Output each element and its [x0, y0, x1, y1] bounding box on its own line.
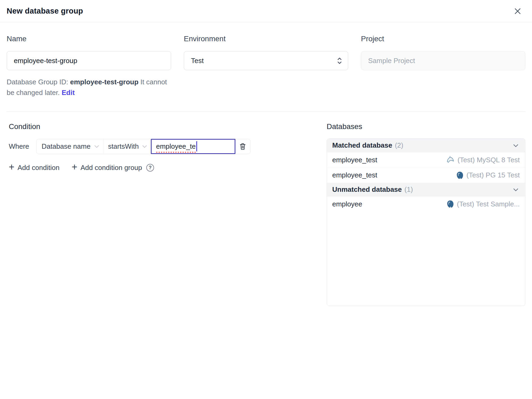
- condition-operator-selector[interactable]: startsWith: [103, 139, 151, 154]
- project-input[interactable]: Sample Project: [361, 51, 525, 70]
- environment-field-group: Environment Test: [184, 35, 348, 98]
- dialog-header: New database group: [0, 0, 532, 22]
- delete-condition-button[interactable]: [235, 139, 251, 154]
- database-row: employee_test (Test) MySQL 8 Test: [327, 152, 525, 168]
- page-title: New database group: [7, 7, 83, 15]
- select-updown-icon: [336, 56, 343, 65]
- project-field-group: Project Sample Project: [361, 35, 525, 98]
- database-name: employee: [332, 200, 362, 208]
- condition-section: Condition Where Database name startsWith…: [7, 122, 254, 172]
- databases-heading: Databases: [327, 122, 525, 131]
- database-name: employee_test: [332, 156, 377, 164]
- database-instance-label: (Test) Test Sample...: [457, 200, 520, 208]
- database-instance-label: (Test) PG 15 Test: [467, 171, 520, 179]
- databases-section: Databases Matched database (2) employee_…: [327, 122, 525, 306]
- group-id-note-prefix: Database Group ID:: [7, 78, 70, 86]
- unmatched-database-header[interactable]: Unmatched database (1): [327, 183, 525, 197]
- matched-database-title: Matched database: [332, 141, 392, 149]
- mysql-icon: [446, 156, 455, 164]
- where-label: Where: [9, 142, 29, 151]
- matched-database-header[interactable]: Matched database (2): [327, 139, 525, 152]
- close-button[interactable]: [511, 5, 524, 18]
- close-icon: [513, 7, 522, 16]
- database-name: employee_test: [332, 171, 377, 179]
- trash-icon: [239, 142, 247, 151]
- environment-selected-value: Test: [191, 57, 204, 65]
- databases-panel: Matched database (2) employee_test (Test…: [327, 138, 525, 306]
- condition-value-input[interactable]: employee_te: [151, 139, 235, 154]
- condition-operator-value: startsWith: [108, 142, 139, 151]
- condition-actions: + Add condition + Add condition group ?: [9, 164, 254, 172]
- section-divider: [7, 111, 525, 112]
- edit-id-link[interactable]: Edit: [62, 89, 75, 97]
- group-id-note: Database Group ID: employee-test-group I…: [7, 77, 171, 98]
- add-condition-label: Add condition: [18, 164, 60, 172]
- environment-label: Environment: [184, 35, 348, 43]
- plus-icon: +: [9, 164, 14, 171]
- unmatched-database-count: (1): [405, 185, 413, 194]
- condition-field-value: Database name: [42, 142, 91, 151]
- plus-icon: +: [72, 164, 77, 171]
- database-instance: (Test) PG 15 Test: [456, 171, 520, 179]
- group-form: Name Database Group ID: employee-test-gr…: [0, 35, 532, 98]
- condition-row: Where Database name startsWith employee_…: [9, 139, 254, 154]
- project-value: Sample Project: [368, 57, 415, 65]
- database-instance: (Test) Test Sample...: [446, 200, 520, 208]
- name-label: Name: [7, 35, 171, 43]
- database-instance-label: (Test) MySQL 8 Test: [458, 156, 520, 164]
- postgres-icon: [456, 171, 464, 179]
- postgres-icon: [446, 200, 454, 208]
- add-condition-group-button[interactable]: + Add condition group: [72, 164, 142, 172]
- add-condition-button[interactable]: + Add condition: [9, 164, 60, 172]
- chevron-down-icon: [93, 143, 100, 150]
- chevron-down-icon: [141, 143, 148, 150]
- help-icon[interactable]: ?: [146, 164, 154, 172]
- database-row: employee (Test) Test Sample...: [327, 197, 525, 212]
- database-instance: (Test) MySQL 8 Test: [446, 156, 520, 164]
- database-row: employee_test (Test) PG 15 Test: [327, 168, 525, 183]
- environment-select[interactable]: Test: [184, 51, 348, 70]
- name-input[interactable]: [7, 51, 171, 70]
- condition-field-selector[interactable]: Database name: [36, 139, 104, 154]
- chevron-down-icon: [512, 142, 520, 149]
- chevron-down-icon: [512, 186, 520, 194]
- condition-value-text: employee_te: [156, 142, 196, 151]
- condition-heading: Condition: [9, 122, 254, 131]
- project-label: Project: [361, 35, 525, 43]
- text-cursor: [196, 141, 197, 151]
- group-id-value: employee-test-group: [70, 78, 138, 86]
- name-field-group: Name Database Group ID: employee-test-gr…: [7, 35, 171, 98]
- add-condition-group-label: Add condition group: [81, 164, 142, 172]
- matched-database-count: (2): [395, 141, 403, 149]
- unmatched-database-title: Unmatched database: [332, 185, 402, 194]
- databases-panel-empty-area: [327, 212, 525, 306]
